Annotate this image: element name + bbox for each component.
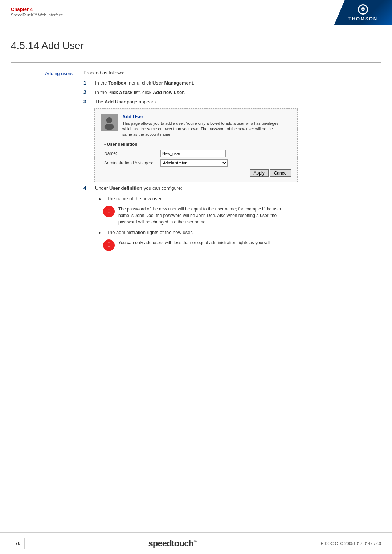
- content-row: Adding users Proceed as follows: 1 In th…: [11, 70, 381, 255]
- name-input[interactable]: [160, 150, 226, 157]
- bullet-arrow-1: ►: [98, 197, 104, 201]
- footer-brand: speedtouch™: [148, 538, 197, 549]
- step-1-num: 1: [83, 80, 92, 86]
- admin-priv-row: Administration Privileges: Administrator…: [104, 159, 291, 167]
- sub-bullet-1: ► The name of the new user.: [98, 196, 381, 201]
- chapter-subtitle: SpeedTouch™ Web Interface: [11, 13, 381, 17]
- name-label: Name:: [104, 151, 160, 156]
- brand-speed: speed: [148, 538, 171, 548]
- section-heading: User definition: [104, 142, 291, 147]
- step-2-num: 2: [83, 89, 92, 95]
- form-buttons: Apply Cancel: [101, 169, 291, 177]
- step-4-row: 4 Under User definition you can configur…: [83, 185, 381, 192]
- note-text-2: You can only add users with less than or…: [118, 239, 271, 246]
- screenshot-title: Add User: [122, 114, 282, 119]
- cancel-button[interactable]: Cancel: [270, 169, 291, 177]
- note-box-1: ! The password of the new user will be e…: [103, 206, 285, 225]
- step4-content: ► The name of the new user. ! The passwo…: [94, 196, 381, 251]
- main-content: 4.5.14 Add User Adding users Proceed as …: [0, 29, 392, 276]
- bullet-text-2: The administration rights of the new use…: [107, 230, 381, 235]
- page-header: Chapter 4 SpeedTouch™ Web Interface THOM…: [0, 0, 392, 29]
- section-rule: [11, 62, 381, 63]
- brand-touch: touch: [172, 538, 193, 548]
- thomson-text: THOMSON: [348, 16, 377, 21]
- bullet-arrow-2: ►: [98, 230, 104, 235]
- brand-tm: ™: [193, 539, 197, 544]
- admin-priv-label: Administration Privileges:: [104, 160, 160, 165]
- step-4-num: 4: [83, 185, 92, 191]
- note-icon-1: !: [103, 206, 115, 217]
- step-2-text: In the Pick a task list, click Add new u…: [95, 89, 185, 96]
- right-content: Proceed as follows: 1 In the Toolbox men…: [83, 70, 381, 255]
- step-4-text: Under User definition you can configure:: [95, 185, 182, 192]
- screenshot-box: Add User This page allows you to add a u…: [94, 108, 298, 182]
- note-box-2: ! You can only add users with less than …: [103, 239, 285, 251]
- svg-point-0: [106, 117, 113, 123]
- screenshot-header: Add User This page allows you to add a u…: [101, 114, 291, 138]
- page-number: 76: [11, 538, 25, 549]
- step-3-text: The Add User page appears.: [95, 99, 157, 105]
- note-icon-2: !: [103, 239, 115, 251]
- step-3-num: 3: [83, 99, 92, 104]
- screenshot-description: This page allows you to add a user. You'…: [122, 121, 282, 138]
- admin-priv-select[interactable]: Administrator User None: [160, 159, 228, 167]
- sub-bullet-2: ► The administration rights of the new u…: [98, 230, 381, 235]
- page-title: 4.5.14 Add User: [11, 36, 381, 52]
- page-footer: 76 speedtouch™ E-DOC-CTC-20051017-0147 v…: [0, 532, 392, 554]
- chapter-label: Chapter 4: [11, 7, 381, 12]
- step-3: 3 The Add User page appears.: [83, 99, 381, 105]
- thomson-icon: [358, 4, 368, 15]
- steps-list: 1 In the Toolbox menu, click User Manage…: [83, 80, 381, 106]
- thomson-logo: THOMSON: [334, 0, 392, 25]
- step-1: 1 In the Toolbox menu, click User Manage…: [83, 80, 381, 86]
- footer-doc-id: E-DOC-CTC-20051017-0147 v2.0: [321, 541, 381, 546]
- adding-users-label: Adding users: [11, 70, 83, 255]
- apply-button[interactable]: Apply: [250, 169, 269, 177]
- screenshot-title-area: Add User This page allows you to add a u…: [122, 114, 282, 138]
- step-2: 2 In the Pick a task list, click Add new…: [83, 89, 381, 96]
- note-text-1: The password of the new user will be equ…: [118, 206, 285, 225]
- bullet-text-1: The name of the new user.: [107, 196, 381, 201]
- name-field-row: Name:: [104, 150, 291, 157]
- user-avatar: [101, 114, 118, 131]
- step-1-text: In the Toolbox menu, click User Manageme…: [95, 80, 195, 86]
- svg-point-1: [105, 124, 114, 130]
- proceed-text: Proceed as follows:: [83, 70, 381, 75]
